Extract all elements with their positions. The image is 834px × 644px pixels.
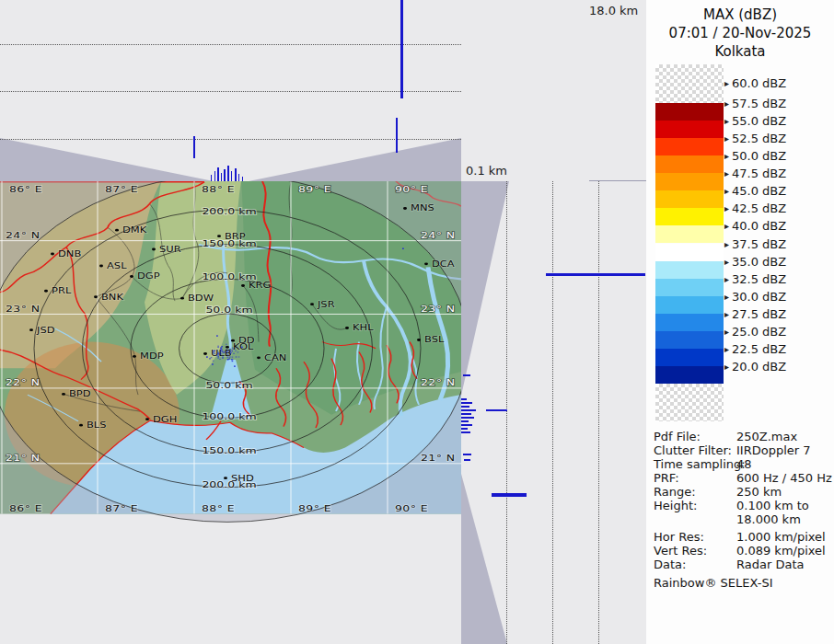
geo-label: 89° E [298, 504, 331, 514]
station-marker-SUR [152, 248, 156, 251]
metadata-label: Clutter Filter: [654, 443, 732, 457]
legend-band [655, 331, 724, 349]
product-site: Kolkata [646, 42, 834, 61]
echo-column [235, 168, 237, 181]
legend-panel: MAX (dBZ) 07:01 / 20-Nov-2025 Kolkata ▸6… [646, 0, 834, 644]
legend-tick-arrow-icon: ▸ [724, 292, 729, 302]
legend-entry: ▸25.0 dBZ [724, 326, 786, 339]
station-label-ULB: ULB [211, 350, 232, 358]
legend-tick-arrow-icon: ▸ [724, 78, 729, 88]
echo-pixel [233, 353, 235, 354]
echo-column [193, 136, 195, 158]
product-title: MAX (dBZ) [646, 6, 834, 24]
legend-band [655, 190, 724, 208]
legend-band [655, 155, 724, 173]
metadata-value: 48 [736, 457, 752, 471]
geo-label: 24° N [6, 231, 40, 241]
legend-tick-arrow-icon: ▸ [724, 98, 729, 109]
station-label-DNB: DNB [58, 249, 81, 258]
legend-entry: ▸57.5 dBZ [724, 98, 786, 110]
legend-band [655, 244, 724, 261]
geo-label: 21° N [421, 454, 455, 464]
echo-column [486, 409, 507, 411]
echo-column [221, 173, 222, 181]
range-ring-label: 50.0 km [205, 305, 252, 316]
echo-pixel [212, 363, 214, 364]
station-label-BRP: BRP [225, 232, 246, 240]
geo-label: 24° N [421, 231, 455, 241]
legend-band [655, 296, 724, 314]
map-panel: 200.0 km150.0 km100.0 km50.0 km50.0 km10… [0, 181, 461, 644]
legend-entry-label: 20.0 dBZ [732, 360, 786, 374]
metadata-label: Hor Res: [654, 530, 704, 544]
legend-tick-arrow-icon: ▸ [724, 327, 729, 337]
metadata-label: Height: [654, 499, 697, 512]
legend-entry: ▸30.0 dBZ [724, 291, 786, 304]
metadata-label: Pdf File: [654, 430, 701, 443]
metadata-label: Data: [654, 558, 686, 571]
legend-tick-arrow-icon: ▸ [724, 309, 729, 319]
metadata-value: Radar Data [736, 558, 804, 571]
echo-column [461, 409, 476, 411]
echo-column [227, 166, 229, 181]
geo-label: 23° N [421, 304, 455, 314]
geo-label: 90° E [395, 185, 428, 195]
station-marker-DD [231, 339, 235, 342]
legend-entry: ▸20.0 dBZ [724, 361, 786, 374]
legend-entry: ▸50.0 dBZ [724, 150, 786, 163]
legend-entry-label: 57.5 dBZ [732, 97, 786, 110]
station-marker-KRG [241, 284, 245, 287]
legend-tick-arrow-icon: ▸ [724, 116, 729, 126]
station-marker-SHD [224, 477, 227, 479]
station-label-JSD: JSD [36, 326, 55, 334]
station-marker-BLS [79, 424, 83, 427]
station-marker-DMK [115, 229, 119, 232]
height-axis-max-label: 18.0 km [589, 4, 638, 17]
station-label-JSR: JSR [317, 300, 335, 308]
echo-column [461, 431, 470, 433]
side-profile-panel [461, 181, 646, 644]
legend-tick-arrow-icon: ▸ [724, 186, 729, 196]
station-label-DMK: DMK [122, 226, 147, 235]
legend-entry: ▸52.5 dBZ [724, 132, 786, 145]
echo-column [211, 175, 212, 181]
legend-tick-arrow-icon: ▸ [724, 151, 729, 161]
product-header: MAX (dBZ) 07:01 / 20-Nov-2025 Kolkata [646, 6, 834, 61]
station-label-BSL: BSL [424, 336, 445, 344]
station-label-KHL: KHL [353, 324, 374, 332]
geo-label: 21° N [6, 454, 40, 464]
axis-corner-box: 18.0 km 0.1 km [461, 0, 646, 181]
echo-column [238, 174, 239, 181]
legend-entry: ▸60.0 dBZ [724, 77, 786, 90]
legend-tick-arrow-icon: ▸ [724, 344, 729, 354]
echo-column [461, 413, 471, 415]
legend-entry-label: 25.0 dBZ [732, 325, 786, 339]
geo-label: 86° E [9, 185, 42, 195]
metadata-value: 0.100 km to [736, 499, 809, 512]
geo-label: 88° E [202, 504, 235, 514]
legend-band [655, 138, 724, 155]
echo-column [461, 417, 474, 419]
legend-entry-label: 40.0 dBZ [732, 219, 786, 233]
echo-pixel [219, 359, 221, 360]
station-marker-BRP [217, 235, 221, 237]
station-label-BNK: BNK [101, 293, 124, 301]
echo-column [231, 171, 232, 181]
metadata-value: 600 Hz / 450 Hz [736, 471, 832, 485]
station-label-KRG: KRG [249, 282, 271, 290]
station-marker-KOL [226, 346, 229, 349]
legend-band [655, 314, 724, 331]
station-label-SHD: SHD [231, 474, 254, 482]
geo-label: 22° N [6, 378, 40, 388]
metadata-label: Range: [654, 485, 696, 499]
legend-entry-label: 37.5 dBZ [732, 237, 786, 251]
echo-pixel [226, 344, 227, 345]
station-marker-DNB [51, 253, 54, 256]
metadata-value: 250 km [736, 485, 782, 499]
echo-column [461, 424, 472, 426]
height-gridline [598, 181, 599, 644]
range-ring-label: 100.0 km [202, 272, 256, 282]
echo-pixel [232, 359, 234, 360]
legend-band [655, 208, 724, 225]
geo-label: 87° E [105, 185, 138, 195]
